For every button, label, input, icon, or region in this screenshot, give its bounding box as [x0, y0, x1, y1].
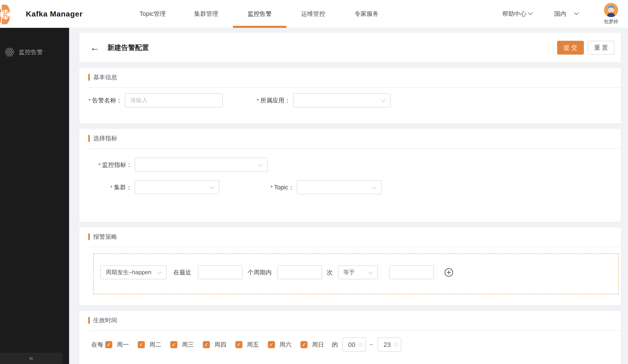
chevron-down-icon	[210, 184, 214, 189]
sidebar-collapse-button[interactable]: «	[0, 353, 62, 364]
user-menu[interactable]: 包梦婷	[604, 3, 619, 25]
schedule-row: 在每 ✓ 周一 ✓ 周二 ✓ 周三	[79, 338, 621, 352]
day-label: 周四	[214, 341, 227, 349]
strategy-periods-input[interactable]	[277, 265, 322, 279]
avatar[interactable]	[604, 3, 618, 17]
required-mark: *	[271, 184, 273, 191]
schedule-suffix: 的	[332, 341, 338, 349]
app-select[interactable]	[293, 93, 391, 107]
add-strategy-button[interactable]	[445, 268, 453, 277]
day-group-tuesday: ✓ 周二	[138, 341, 161, 349]
cluster-topic-row: * 集群： * Topic：	[79, 180, 621, 194]
sidebar: 监控告警 «	[0, 28, 69, 364]
section-title: 基本信息	[93, 73, 117, 81]
monitor-metric-select[interactable]	[135, 158, 268, 172]
sunday-checkbox[interactable]: ✓	[300, 341, 308, 348]
section-title: 选择指标	[93, 134, 117, 142]
header-actions: 提 交 重 置	[557, 41, 614, 55]
chevron-down-icon	[258, 162, 263, 167]
help-center-menu[interactable]: 帮助中心	[502, 10, 532, 18]
strategy-recent-input[interactable]	[198, 265, 243, 279]
section-head: 基本信息	[79, 68, 621, 81]
alarm-name-input[interactable]	[125, 93, 223, 107]
nav-item-expert[interactable]: 专家服务	[340, 0, 393, 28]
strategy-dashed-box: 周期发生–happen 在最近 个周期内 次 等于	[93, 254, 619, 294]
strategy-type-select[interactable]: 周期发生–happen	[100, 265, 167, 279]
day-label: 周六	[279, 341, 292, 349]
collapse-icon: «	[29, 354, 33, 362]
sidebar-item-monitor-alert[interactable]: 监控告警	[0, 47, 69, 57]
day-group-saturday: ✓ 周六	[268, 341, 292, 349]
chevron-down-icon	[157, 270, 161, 274]
day-group-sunday: ✓ 周日	[300, 341, 324, 349]
check-icon: ✓	[172, 342, 176, 347]
section-accent-bar	[88, 233, 90, 240]
day-group-monday: ✓ 周一	[105, 341, 129, 349]
tuesday-checkbox[interactable]: ✓	[138, 341, 145, 348]
brand-title: Kafka Manager	[26, 9, 83, 18]
topic-select[interactable]	[297, 180, 382, 194]
section-accent-bar	[88, 135, 90, 142]
cluster-label-box: * 集群：	[79, 183, 135, 191]
region-menu[interactable]: 国内	[554, 10, 578, 18]
reset-button[interactable]: 重 置	[588, 41, 614, 55]
check-icon: ✓	[302, 342, 306, 347]
day-label: 周二	[149, 341, 161, 349]
monitor-metric-row: * 监控指标：	[79, 158, 621, 172]
required-mark: *	[88, 97, 91, 104]
section-accent-bar	[88, 317, 90, 324]
cluster-label: 集群：	[114, 183, 132, 191]
section-title: 生效时间	[93, 316, 117, 324]
topic-label: Topic：	[274, 183, 294, 191]
nav-item-monitor-alert[interactable]: 监控告警	[233, 0, 286, 28]
saturday-checkbox[interactable]: ✓	[268, 341, 275, 348]
section-accent-bar	[88, 74, 90, 81]
end-time-picker[interactable]	[378, 338, 401, 352]
required-mark: *	[110, 184, 113, 191]
chevron-down-icon	[574, 10, 579, 15]
monitor-metric-label-box: * 监控指标：	[79, 161, 135, 169]
section-head: 生效时间	[79, 311, 621, 324]
section-head: 选择指标	[79, 129, 621, 142]
chevron-down-icon	[372, 184, 376, 189]
divider	[88, 87, 621, 88]
section-head: 报警策略	[79, 227, 621, 241]
day-group-wednesday: ✓ 周三	[170, 341, 194, 349]
section-metrics: 选择指标 * 监控指标： * 集群：	[79, 129, 621, 222]
check-icon: ✓	[269, 342, 273, 347]
day-label: 周五	[247, 341, 259, 349]
start-time-picker[interactable]	[342, 338, 366, 352]
clock-icon	[394, 341, 398, 348]
day-group-thursday: ✓ 周四	[203, 341, 227, 349]
main-nav: Topic管理 集群管理 监控告警 运维管控 专家服务	[126, 0, 393, 28]
back-arrow-icon[interactable]: ←	[90, 43, 99, 52]
start-time-input[interactable]	[348, 341, 358, 348]
day-label: 周三	[182, 341, 194, 349]
app-logo-icon	[0, 1, 12, 26]
time-range-separator: ~	[370, 341, 373, 348]
divider	[88, 330, 621, 331]
section-strategy: 报警策略 周期发生–happen 在最近 个周期内 次 等于	[79, 227, 621, 305]
avatar-illustration	[604, 3, 618, 17]
day-label: 周一	[117, 341, 129, 349]
nav-item-topic[interactable]: Topic管理	[126, 0, 179, 28]
alarm-name-label-box: * 告警名称：	[79, 96, 125, 104]
username: 包梦婷	[604, 18, 619, 25]
strategy-threshold-input[interactable]	[389, 265, 434, 279]
cluster-select[interactable]	[135, 180, 219, 194]
required-mark: *	[98, 162, 101, 169]
app-label-box: * 所属应用：	[223, 96, 293, 104]
divider	[88, 247, 621, 247]
strategy-compare-select[interactable]: 等于	[338, 265, 378, 279]
end-time-input[interactable]	[384, 341, 393, 348]
wednesday-checkbox[interactable]: ✓	[170, 341, 177, 348]
monday-checkbox[interactable]: ✓	[105, 341, 112, 348]
top-navbar: Kafka Manager Topic管理 集群管理 监控告警 运维管控 专家服…	[0, 0, 628, 28]
strategy-row: 周期发生–happen 在最近 个周期内 次 等于	[100, 265, 453, 279]
thursday-checkbox[interactable]: ✓	[203, 341, 210, 348]
submit-button[interactable]: 提 交	[557, 41, 584, 55]
strategy-text-recent: 在最近	[173, 268, 191, 277]
nav-item-cluster[interactable]: 集群管理	[179, 0, 233, 28]
nav-item-ops[interactable]: 运维管控	[286, 0, 340, 28]
friday-checkbox[interactable]: ✓	[235, 341, 242, 348]
